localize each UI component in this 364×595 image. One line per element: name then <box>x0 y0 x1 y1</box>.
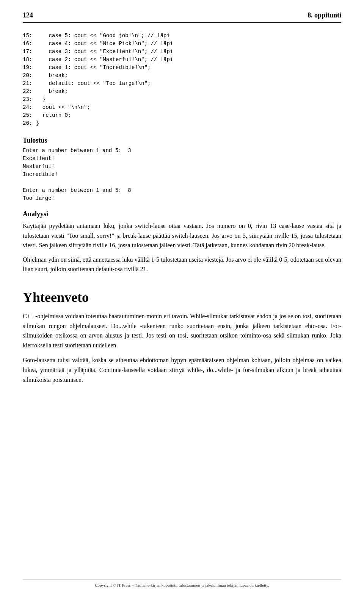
analyysi-section: Analyysi Käyttäjää pyydetään antamaan lu… <box>23 210 341 274</box>
line-number: 26: <box>23 119 36 127</box>
page-title: 8. oppitunti <box>308 11 341 19</box>
line-code: default: cout << "Too large!\n"; <box>36 80 151 88</box>
code-block: 15: case 5: cout << "Good job!\n"; // lä… <box>23 32 341 127</box>
analyysi-heading: Analyysi <box>23 210 341 218</box>
line-code: case 5: cout << "Good job!\n"; // läpi <box>36 32 170 40</box>
page-header: 124 8. oppitunti <box>23 11 341 23</box>
line-number: 15: <box>23 32 36 40</box>
code-line: 16: case 4: cout << "Nice Pick!\n"; // l… <box>23 40 341 48</box>
code-line: 19: case 1: cout << "Incredible!\n"; <box>23 64 341 72</box>
line-number: 24: <box>23 104 36 111</box>
code-line: 24: cout << "\n\n"; <box>23 104 341 111</box>
page-container: 124 8. oppitunti 15: case 5: cout << "Go… <box>0 0 364 413</box>
line-code: case 1: cout << "Incredible!\n"; <box>36 64 151 72</box>
yhteenveto-paragraph1: C++ -ohjelmissa voidaan toteuttaa haarau… <box>23 311 341 350</box>
page-number: 124 <box>23 11 33 19</box>
line-code: break; <box>36 88 68 96</box>
tulostus-section: Tulostus Enter a number between 1 and 5:… <box>23 137 341 203</box>
line-number: 18: <box>23 56 36 64</box>
line-number: 19: <box>23 64 36 72</box>
code-line: 21: default: cout << "Too large!\n"; <box>23 80 341 88</box>
line-code: } <box>36 119 39 127</box>
line-code: case 3: cout << "Excellent!\n"; // läpi <box>36 48 173 56</box>
line-number: 23: <box>23 96 36 104</box>
output-block: Enter a number between 1 and 5: 3 Excell… <box>23 147 341 203</box>
code-line: 26:} <box>23 119 341 127</box>
code-line: 18: case 2: cout << "Masterful!\n"; // l… <box>23 56 341 64</box>
line-number: 21: <box>23 80 36 88</box>
line-code: case 2: cout << "Masterful!\n"; // läpi <box>36 56 173 64</box>
line-code: return 0; <box>36 111 71 119</box>
page-footer: Copyright © IT Press – Tämän e-kirjan ko… <box>23 579 341 587</box>
analyysi-paragraph2: Ohjelman ydin on siinä, että annettaessa… <box>23 255 341 274</box>
line-number: 17: <box>23 48 36 56</box>
yhteenveto-section: Yhteenveto C++ -ohjelmissa voidaan toteu… <box>23 289 341 385</box>
line-number: 16: <box>23 40 36 48</box>
line-code: } <box>36 96 46 104</box>
analyysi-paragraph1: Käyttäjää pyydetään antamaan luku, jonka… <box>23 221 341 250</box>
line-number: 20: <box>23 72 36 80</box>
line-code: cout << "\n\n"; <box>36 104 90 111</box>
code-line: 17: case 3: cout << "Excellent!\n"; // l… <box>23 48 341 56</box>
code-line: 22: break; <box>23 88 341 96</box>
code-line: 15: case 5: cout << "Good job!\n"; // lä… <box>23 32 341 40</box>
line-code: case 4: cout << "Nice Pick!\n"; // läpi <box>36 40 173 48</box>
line-number: 22: <box>23 88 36 96</box>
code-line: 23: } <box>23 96 341 104</box>
code-line: 20: break; <box>23 72 341 80</box>
line-number: 25: <box>23 111 36 119</box>
tulostus-heading: Tulostus <box>23 137 341 144</box>
yhteenveto-heading: Yhteenveto <box>23 289 341 305</box>
line-code: break; <box>36 72 68 80</box>
yhteenveto-paragraph2: Goto-lausetta tulisi välttää, koska se a… <box>23 355 341 385</box>
code-line: 25: return 0; <box>23 111 341 119</box>
footer-text: Copyright © IT Press – Tämän e-kirjan ko… <box>95 583 269 587</box>
